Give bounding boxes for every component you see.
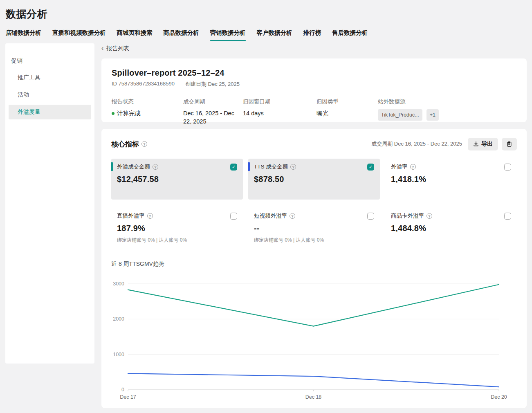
tab-0[interactable]: 店铺数据分析 <box>6 29 41 41</box>
svg-text:Dec 18: Dec 18 <box>305 394 322 400</box>
tab-1[interactable]: 直播和视频数据分析 <box>52 29 106 41</box>
metric-checkbox[interactable] <box>504 164 511 171</box>
field-attribution-type: 归因类型 曝光 <box>317 98 378 126</box>
help-icon[interactable] <box>290 164 296 170</box>
svg-text:Dec 17: Dec 17 <box>120 394 136 400</box>
sidebar-item-0[interactable]: 推广工具 <box>9 70 91 85</box>
svg-text:3000: 3000 <box>113 281 124 287</box>
status-value: 计算完成 <box>117 110 141 117</box>
metric-accent-bar <box>248 162 250 171</box>
help-icon[interactable] <box>426 213 432 219</box>
analytics-tab-bar: 店铺数据分析直播和视频数据分析商城页和搜索商品数据分析营销数据分析客户数据分析排… <box>6 29 532 41</box>
breadcrumb-back[interactable]: ‹ 报告列表 <box>101 44 129 54</box>
metric-card-tts-gmv[interactable]: TTS 成交金额 $878.50 <box>248 159 380 200</box>
report-created-date: 创建日期 Dec 25, 2025 <box>185 81 240 88</box>
help-icon[interactable] <box>153 164 158 170</box>
status-dot-green <box>112 112 114 115</box>
tab-5[interactable]: 客户数据分析 <box>257 29 292 41</box>
metric-checkbox[interactable] <box>230 164 237 171</box>
metric-card-spillover-gmv[interactable]: 外溢成交金额 $12,457.58 <box>111 159 243 200</box>
export-button[interactable]: 导出 <box>468 138 498 150</box>
tab-4[interactable]: 营销数据分析 <box>210 29 246 41</box>
help-icon[interactable] <box>141 141 147 147</box>
sidebar-group-promotion[interactable]: 促销 <box>9 54 91 70</box>
field-transaction-period: 成交周期 Dec 16, 2025 - Dec 22, 2025 <box>183 98 243 126</box>
copy-report-button[interactable] <box>502 138 517 150</box>
data-source-more-chip: +1 <box>426 109 439 121</box>
sidebar-item-2[interactable]: 外溢度量 <box>9 105 91 119</box>
report-title: Spillover–report 2025–12–24 <box>112 68 516 78</box>
metric-card-video-spillover-rate[interactable]: 短视频外溢率 -- 绑定店铺账号 0% | 达人账号 0% <box>248 208 380 248</box>
metric-checkbox[interactable] <box>504 213 511 220</box>
core-metrics-card: 核心指标 成交周期 Dec 16, 2025 - Dec 22, 2025 导出… <box>101 129 527 408</box>
field-attribution-window: 归因窗口期 14 days <box>243 98 317 126</box>
metric-checkbox[interactable] <box>367 164 374 171</box>
clipboard-icon <box>506 141 512 147</box>
chart-title: 近 8 周TTSGMV趋势 <box>111 260 517 268</box>
field-offsite-data-source: 站外数据源 TikTok_Produc... +1 <box>378 98 516 126</box>
tab-2[interactable]: 商城页和搜索 <box>117 29 153 41</box>
data-source-chip: TikTok_Produc... <box>378 109 422 121</box>
svg-text:Dec 20: Dec 20 <box>491 394 507 400</box>
metric-accent-bar <box>111 162 113 171</box>
help-icon[interactable] <box>410 164 416 170</box>
metric-checkbox[interactable] <box>367 213 374 220</box>
metric-subtext: 绑定店铺账号 0% | 达人账号 0% <box>254 237 374 244</box>
ttsgmv-trend-line-chart: 0100020003000Dec 17Dec 18Dec 20 <box>111 270 516 405</box>
metric-checkbox[interactable] <box>230 213 237 220</box>
field-report-status: 报告状态 计算完成 <box>112 98 183 126</box>
svg-text:1000: 1000 <box>113 352 124 357</box>
report-summary-card: Spillover–report 2025–12–24 ID 758735867… <box>101 58 527 122</box>
report-id: ID 7587358672834168590 <box>112 81 175 88</box>
tab-7[interactable]: 售后数据分析 <box>332 29 368 41</box>
metric-card-spillover-rate[interactable]: 外溢率 1,418.1% <box>385 159 517 200</box>
period-label: 成交周期 Dec 16, 2025 - Dec 22, 2025 <box>371 140 462 148</box>
svg-text:0: 0 <box>121 387 124 393</box>
metric-card-product-card-spillover-rate[interactable]: 商品卡外溢率 1,484.8% <box>385 208 517 248</box>
sidebar: 促销 推广工具活动外溢度量 <box>5 43 94 364</box>
section-title: 核心指标 <box>111 139 139 149</box>
tab-3[interactable]: 商品数据分析 <box>164 29 199 41</box>
svg-text:2000: 2000 <box>113 316 124 322</box>
breadcrumb-label: 报告列表 <box>106 45 129 52</box>
download-icon <box>473 141 479 147</box>
sidebar-item-1[interactable]: 活动 <box>9 88 91 102</box>
chevron-left-icon: ‹ <box>101 45 103 52</box>
page-title: 数据分析 <box>6 7 532 21</box>
help-icon[interactable] <box>147 213 153 219</box>
help-icon[interactable] <box>290 213 295 219</box>
metric-subtext: 绑定店铺账号 0% | 达人账号 0% <box>117 237 237 244</box>
metric-card-live-spillover-rate[interactable]: 直播外溢率 187.9% 绑定店铺账号 0% | 达人账号 0% <box>111 208 243 248</box>
tab-6[interactable]: 排行榜 <box>303 29 321 41</box>
